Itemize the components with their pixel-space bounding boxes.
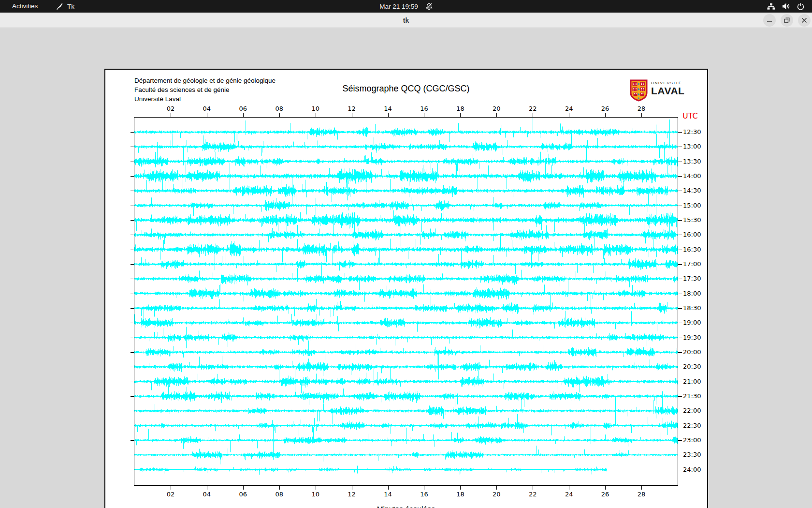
x-tick-label-bottom: 26 — [597, 491, 613, 498]
row-tick-right — [678, 367, 682, 367]
row-tick-right — [678, 147, 682, 147]
x-tick-label-top: 24 — [561, 105, 577, 112]
row-tick-left — [130, 367, 134, 367]
row-tick-left — [130, 323, 134, 323]
row-time-label: 14:00 — [683, 172, 701, 180]
activities-button[interactable]: Activities — [12, 0, 38, 13]
laval-shield-icon — [630, 79, 648, 102]
row-time-label: 18:30 — [683, 304, 701, 312]
x-tick-top — [569, 113, 569, 117]
x-tick-label-bottom: 24 — [561, 491, 577, 498]
row-time-label: 16:30 — [683, 246, 701, 254]
clock-menu[interactable]: Mar 21 19:59 — [379, 0, 433, 13]
x-tick-label-bottom: 06 — [235, 491, 251, 498]
row-tick-left — [130, 250, 134, 250]
x-tick-top — [171, 113, 171, 117]
x-tick-label-top: 22 — [524, 105, 541, 112]
x-tick-top — [496, 113, 497, 117]
row-tick-left — [130, 382, 134, 382]
x-tick-label-top: 02 — [162, 105, 179, 112]
x-tick-top — [243, 113, 244, 117]
row-tick-right — [678, 279, 682, 279]
row-tick-left — [130, 396, 134, 397]
volume-icon — [782, 3, 790, 10]
app-indicator-label: Tk — [67, 3, 74, 10]
row-tick-right — [678, 294, 682, 294]
x-tick-top — [207, 113, 207, 117]
x-tick-label-bottom: 12 — [344, 491, 360, 498]
window-titlebar[interactable]: tk — [0, 13, 812, 28]
row-time-label: 17:00 — [683, 260, 701, 268]
row-tick-left — [130, 220, 134, 221]
row-time-label: 12:30 — [683, 128, 701, 136]
x-tick-bottom — [569, 486, 569, 490]
row-tick-right — [678, 206, 682, 206]
row-tick-right — [678, 176, 682, 177]
x-tick-top — [424, 113, 424, 117]
x-tick-top — [460, 113, 461, 117]
maximize-button[interactable] — [781, 14, 793, 27]
row-tick-left — [130, 338, 134, 338]
row-tick-left — [130, 162, 134, 162]
row-time-label: 17:30 — [683, 275, 701, 283]
row-tick-left — [130, 308, 134, 309]
row-tick-left — [130, 294, 134, 294]
x-tick-bottom — [496, 486, 497, 490]
x-tick-label-top: 16 — [416, 105, 432, 112]
row-tick-left — [130, 455, 134, 455]
close-button[interactable] — [798, 14, 811, 27]
row-tick-right — [678, 162, 682, 162]
x-tick-bottom — [207, 486, 207, 490]
x-tick-bottom — [388, 486, 389, 490]
x-tick-top — [316, 113, 316, 117]
x-tick-label-bottom: 22 — [524, 491, 541, 498]
row-tick-right — [678, 235, 682, 235]
x-tick-top — [605, 113, 606, 117]
row-time-label: 19:00 — [683, 319, 701, 327]
x-tick-label-bottom: 18 — [452, 491, 468, 498]
x-tick-top — [388, 113, 389, 117]
row-tick-right — [678, 411, 682, 411]
x-tick-label-bottom: 02 — [162, 491, 179, 498]
row-time-label: 23:30 — [683, 451, 701, 459]
x-tick-label-top: 12 — [344, 105, 360, 112]
row-time-label: 21:30 — [683, 392, 701, 400]
row-tick-right — [678, 132, 682, 133]
row-tick-left — [130, 352, 134, 353]
row-time-label: 18:00 — [683, 290, 701, 298]
x-tick-bottom — [243, 486, 244, 490]
x-tick-label-bottom: 28 — [633, 491, 650, 498]
row-time-label: 20:00 — [683, 348, 701, 356]
row-tick-left — [130, 440, 134, 441]
row-tick-right — [678, 470, 682, 470]
row-time-label: 22:00 — [683, 407, 701, 415]
x-tick-label-top: 28 — [633, 105, 650, 112]
x-tick-label-bottom: 04 — [199, 491, 215, 498]
row-tick-right — [678, 352, 682, 353]
x-tick-top — [533, 113, 533, 117]
row-time-label: 15:00 — [683, 202, 701, 209]
row-time-label: 22:30 — [683, 422, 701, 430]
x-tick-bottom — [279, 486, 280, 490]
row-time-label: 24:00 — [683, 466, 701, 474]
x-tick-label-bottom: 08 — [271, 491, 288, 498]
row-tick-left — [130, 426, 134, 426]
system-status-area[interactable] — [767, 0, 804, 13]
tk-feather-icon — [56, 2, 63, 10]
row-tick-right — [678, 382, 682, 382]
row-tick-right — [678, 308, 682, 309]
x-tick-label-bottom: 16 — [416, 491, 432, 498]
universite-laval-logo: UNIVERSITÉ LAVAL — [630, 79, 684, 102]
x-tick-label-bottom: 10 — [307, 491, 324, 498]
focused-app-indicator[interactable]: Tk — [56, 0, 74, 13]
x-tick-bottom — [316, 486, 316, 490]
plot-title: Séismographe QCQ (CGC/GSC) — [134, 84, 678, 94]
seismogram-trace-canvas — [134, 118, 678, 485]
row-time-label: 20:30 — [683, 363, 701, 371]
minimize-button[interactable] — [763, 14, 776, 27]
x-tick-bottom — [424, 486, 424, 490]
x-tick-label-bottom: 20 — [488, 491, 505, 498]
seismograph-canvas: Département de géologie et de génie géol… — [104, 69, 708, 508]
row-tick-right — [678, 455, 682, 455]
x-tick-label-top: 06 — [235, 105, 251, 112]
